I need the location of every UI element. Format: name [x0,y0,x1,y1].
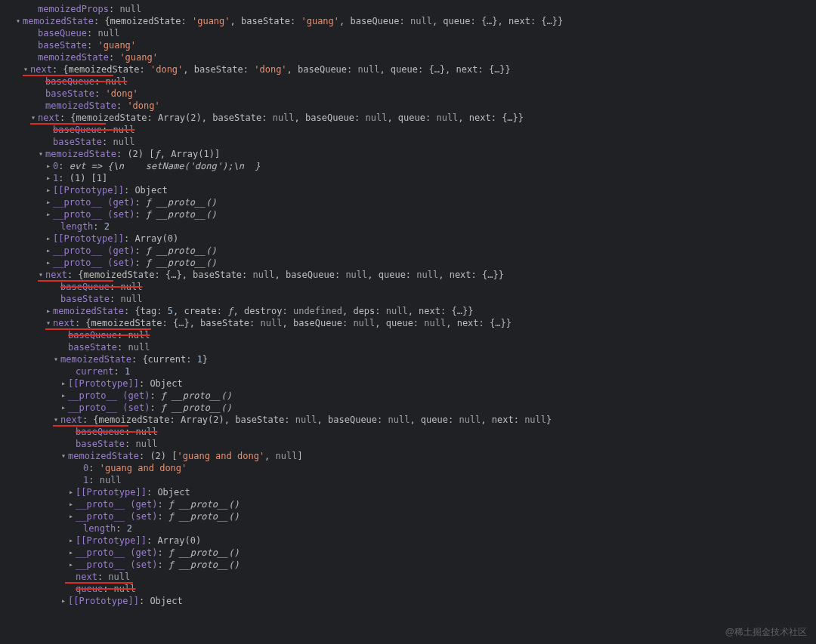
property-content: current: 1 [76,365,130,377]
property-row: baseQueue: null [0,281,816,293]
property-content: length: 2 [60,220,110,233]
red-underline-annotation [30,123,106,125]
property-content: next: {memoizedState: {…}, baseState: nu… [45,269,504,281]
expand-arrow-right-icon[interactable]: ▸ [66,547,76,559]
expand-arrow-right-icon[interactable]: ▸ [44,257,53,269]
property-content: [[Prototype]]: Array(0) [53,233,178,245]
arrow-placeholder [59,329,68,341]
expand-arrow-right-icon[interactable]: ▸ [44,208,53,220]
property-row[interactable]: ▸__proto__ (get): ƒ __proto__() [0,390,816,402]
property-row[interactable]: ▸[[Prototype]]: Object [0,377,816,390]
property-row: current: 1 [0,365,816,377]
property-row[interactable]: ▸__proto__ (get): ƒ __proto__() [0,196,816,208]
property-content: [[Prototype]]: Object [76,486,190,498]
expand-arrow-down-icon[interactable]: ▾ [14,15,23,27]
expand-arrow-right-icon[interactable]: ▸ [44,172,53,184]
property-row[interactable]: ▸memoizedState: {tag: 5, create: ƒ, dest… [0,305,816,317]
property-content: memoizedState: {current: 1} [60,353,208,365]
property-row: memoizedState: 'guang' [0,51,816,63]
red-underline-annotation [65,582,133,584]
property-content: memoizedProps: null [38,3,141,15]
property-row[interactable]: ▸__proto__ (get): ƒ __proto__() [0,245,816,257]
expand-arrow-right-icon[interactable]: ▸ [44,184,53,196]
property-row[interactable]: ▸__proto__ (set): ƒ __proto__() [0,510,816,522]
expand-arrow-right-icon[interactable]: ▸ [44,305,53,317]
arrow-placeholder [59,341,68,353]
arrow-placeholder [29,3,38,15]
expand-arrow-down-icon[interactable]: ▾ [44,317,53,329]
property-row[interactable]: ▸[[Prototype]]: Array(0) [0,233,816,245]
property-content: 1: (1) [1] [53,172,107,184]
property-row[interactable]: ▸__proto__ (get): ƒ __proto__() [0,547,816,559]
expand-arrow-down-icon[interactable]: ▾ [36,148,45,160]
property-content: [[Prototype]]: Array(0) [76,535,201,547]
property-content: next: {memoizedState: Array(2), baseStat… [38,112,524,124]
property-content: [[Prototype]]: Object [53,184,168,196]
property-row[interactable]: ▸[[Prototype]]: Object [0,184,816,196]
expand-arrow-right-icon[interactable]: ▸ [66,535,76,547]
property-content: 1: null [83,474,122,486]
property-row[interactable]: ▸[[Prototype]]: Object [0,486,816,498]
expand-arrow-right-icon[interactable]: ▸ [59,390,68,402]
property-row[interactable]: ▾next: {memoizedState: {…}, baseState: n… [0,317,816,329]
arrow-placeholder [66,365,76,377]
property-row[interactable]: ▾next: {memoizedState: {…}, baseState: n… [0,269,816,281]
property-row[interactable]: ▸[[Prototype]]: Array(0) [0,535,816,547]
expand-arrow-down-icon[interactable]: ▾ [59,450,68,462]
property-row[interactable]: ▾memoizedState: {memoizedState: 'guang',… [0,15,816,27]
expand-arrow-down-icon[interactable]: ▾ [51,353,60,365]
property-row[interactable]: ▸[[Prototype]]: Object [0,595,816,607]
expand-arrow-down-icon[interactable]: ▾ [36,269,45,281]
property-row[interactable]: ▸__proto__ (set): ƒ __proto__() [0,559,816,571]
property-row[interactable]: ▸__proto__ (set): ƒ __proto__() [0,402,816,414]
expand-arrow-down-icon[interactable]: ▾ [51,414,60,426]
property-content: baseState: null [60,293,142,305]
property-row[interactable]: ▸__proto__ (set): ƒ __proto__() [0,257,816,269]
expand-arrow-right-icon[interactable]: ▸ [44,233,53,245]
property-row[interactable]: ▸__proto__ (get): ƒ __proto__() [0,498,816,510]
property-row[interactable]: ▾memoizedState: (2) ['guang and dong', n… [0,450,816,462]
property-content: __proto__ (get): ƒ __proto__() [53,196,217,208]
arrow-placeholder [29,39,38,51]
expand-arrow-right-icon[interactable]: ▸ [59,595,68,607]
property-content: baseState: 'guang' [38,39,136,51]
expand-arrow-right-icon[interactable]: ▸ [66,498,76,510]
property-row[interactable]: ▸0: evt => {\n setName('dong');\n } [0,160,816,172]
property-row[interactable]: ▸__proto__ (set): ƒ __proto__() [0,208,816,220]
property-row[interactable]: ▸1: (1) [1] [0,172,816,184]
property-row: baseQueue: null [0,75,816,88]
property-content: baseQueue: null [76,426,157,438]
red-underline-annotation [45,328,151,330]
red-underline-annotation [38,280,113,282]
expand-arrow-right-icon[interactable]: ▸ [59,402,68,414]
expand-arrow-down-icon[interactable]: ▾ [29,112,38,124]
expand-arrow-right-icon[interactable]: ▸ [66,510,76,522]
arrow-placeholder [74,462,83,474]
property-content: next: {memoizedState: Array(2), baseStat… [60,414,552,426]
expand-arrow-right-icon[interactable]: ▸ [44,245,53,257]
property-row[interactable]: ▾memoizedState: {current: 1} [0,353,816,365]
property-row: baseState: null [0,136,816,148]
red-underline-annotation [53,425,128,427]
arrow-placeholder [36,75,45,88]
property-row[interactable]: ▾next: {memoizedState: Array(2), baseSta… [0,112,816,124]
expand-arrow-right-icon[interactable]: ▸ [66,559,76,571]
arrow-placeholder [66,571,76,583]
property-row: next: null [0,571,816,583]
object-inspector-tree: memoizedProps: null▾memoizedState: {memo… [0,3,816,607]
property-content: baseQueue: null [53,124,134,136]
arrow-placeholder [51,281,60,293]
expand-arrow-right-icon[interactable]: ▸ [66,486,76,498]
watermark-text: @稀土掘金技术社区 [725,626,807,638]
expand-arrow-right-icon[interactable]: ▸ [44,160,53,172]
expand-arrow-down-icon[interactable]: ▾ [21,63,30,75]
property-content: memoizedState: 'guang' [38,51,158,63]
property-row[interactable]: ▾next: {memoizedState: 'dong', baseState… [0,63,816,75]
property-row[interactable]: ▾next: {memoizedState: Array(2), baseSta… [0,414,816,426]
property-row[interactable]: ▾memoizedState: (2) [ƒ, Array(1)] [0,148,816,160]
arrow-placeholder [44,124,53,136]
property-content: [[Prototype]]: Object [68,377,183,390]
arrow-placeholder [29,27,38,39]
expand-arrow-right-icon[interactable]: ▸ [59,377,68,390]
expand-arrow-right-icon[interactable]: ▸ [44,196,53,208]
